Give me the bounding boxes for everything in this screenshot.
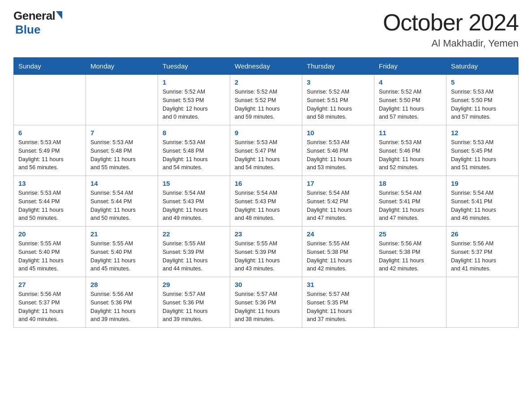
day-info: Sunrise: 5:56 AMSunset: 5:36 PMDaylight:… xyxy=(90,290,153,324)
calendar-cell xyxy=(446,277,519,328)
logo-blue-text: Blue xyxy=(15,23,40,36)
day-info: Sunrise: 5:55 AMSunset: 5:40 PMDaylight:… xyxy=(90,240,153,273)
day-number: 4 xyxy=(379,78,442,86)
day-number: 29 xyxy=(163,281,225,288)
day-number: 16 xyxy=(235,180,297,187)
day-info: Sunrise: 5:54 AMSunset: 5:41 PMDaylight:… xyxy=(379,189,442,223)
calendar-week-row: 1Sunrise: 5:52 AMSunset: 5:53 PMDaylight… xyxy=(14,75,519,125)
day-info: Sunrise: 5:55 AMSunset: 5:39 PMDaylight:… xyxy=(163,240,225,273)
calendar-cell: 7Sunrise: 5:53 AMSunset: 5:48 PMDaylight… xyxy=(86,125,158,176)
day-number: 14 xyxy=(90,180,153,187)
day-info: Sunrise: 5:54 AMSunset: 5:41 PMDaylight:… xyxy=(451,189,514,223)
day-number: 18 xyxy=(379,180,442,187)
header-sunday: Sunday xyxy=(14,58,86,75)
calendar-cell: 5Sunrise: 5:53 AMSunset: 5:50 PMDaylight… xyxy=(446,75,519,125)
day-number: 21 xyxy=(90,230,153,238)
logo-arrow-icon xyxy=(56,11,62,19)
day-info: Sunrise: 5:53 AMSunset: 5:44 PMDaylight:… xyxy=(18,189,81,223)
logo-general-text: General xyxy=(13,9,55,23)
day-number: 24 xyxy=(307,230,369,238)
calendar-cell: 8Sunrise: 5:53 AMSunset: 5:48 PMDaylight… xyxy=(158,125,230,176)
day-number: 17 xyxy=(307,180,369,187)
header-wednesday: Wednesday xyxy=(230,58,302,75)
day-info: Sunrise: 5:52 AMSunset: 5:53 PMDaylight:… xyxy=(163,88,225,121)
day-info: Sunrise: 5:54 AMSunset: 5:43 PMDaylight:… xyxy=(163,189,225,223)
day-number: 22 xyxy=(163,230,225,238)
day-number: 7 xyxy=(90,129,153,137)
calendar-cell: 23Sunrise: 5:55 AMSunset: 5:39 PMDayligh… xyxy=(230,227,302,277)
calendar-cell: 25Sunrise: 5:56 AMSunset: 5:38 PMDayligh… xyxy=(374,227,446,277)
day-info: Sunrise: 5:53 AMSunset: 5:50 PMDaylight:… xyxy=(451,88,514,121)
calendar-cell: 28Sunrise: 5:56 AMSunset: 5:36 PMDayligh… xyxy=(86,277,158,328)
calendar-cell: 11Sunrise: 5:53 AMSunset: 5:46 PMDayligh… xyxy=(374,125,446,176)
calendar-cell: 27Sunrise: 5:56 AMSunset: 5:37 PMDayligh… xyxy=(14,277,86,328)
calendar-table: SundayMondayTuesdayWednesdayThursdayFrid… xyxy=(13,57,519,328)
day-info: Sunrise: 5:56 AMSunset: 5:38 PMDaylight:… xyxy=(379,240,442,273)
day-number: 26 xyxy=(451,230,514,238)
day-info: Sunrise: 5:56 AMSunset: 5:37 PMDaylight:… xyxy=(451,240,514,273)
calendar-cell: 19Sunrise: 5:54 AMSunset: 5:41 PMDayligh… xyxy=(446,176,519,227)
day-number: 27 xyxy=(18,281,81,288)
calendar-cell xyxy=(14,75,86,125)
day-number: 1 xyxy=(163,78,225,86)
calendar-week-row: 13Sunrise: 5:53 AMSunset: 5:44 PMDayligh… xyxy=(14,176,519,227)
day-info: Sunrise: 5:54 AMSunset: 5:42 PMDaylight:… xyxy=(307,189,369,223)
calendar-cell: 4Sunrise: 5:52 AMSunset: 5:50 PMDaylight… xyxy=(374,75,446,125)
day-number: 2 xyxy=(235,78,297,86)
header-friday: Friday xyxy=(374,58,446,75)
day-info: Sunrise: 5:55 AMSunset: 5:40 PMDaylight:… xyxy=(18,240,81,273)
calendar-cell: 14Sunrise: 5:54 AMSunset: 5:44 PMDayligh… xyxy=(86,176,158,227)
day-number: 12 xyxy=(451,129,514,137)
day-number: 8 xyxy=(163,129,225,137)
header-tuesday: Tuesday xyxy=(158,58,230,75)
calendar-cell: 29Sunrise: 5:57 AMSunset: 5:36 PMDayligh… xyxy=(158,277,230,328)
calendar-cell: 24Sunrise: 5:55 AMSunset: 5:38 PMDayligh… xyxy=(302,227,374,277)
day-number: 25 xyxy=(379,230,442,238)
header-thursday: Thursday xyxy=(302,58,374,75)
calendar-cell xyxy=(86,75,158,125)
day-info: Sunrise: 5:53 AMSunset: 5:45 PMDaylight:… xyxy=(451,138,514,172)
calendar-cell: 2Sunrise: 5:52 AMSunset: 5:52 PMDaylight… xyxy=(230,75,302,125)
day-info: Sunrise: 5:52 AMSunset: 5:52 PMDaylight:… xyxy=(235,88,297,121)
day-info: Sunrise: 5:57 AMSunset: 5:35 PMDaylight:… xyxy=(307,290,369,324)
calendar-cell: 13Sunrise: 5:53 AMSunset: 5:44 PMDayligh… xyxy=(14,176,86,227)
calendar-cell: 9Sunrise: 5:53 AMSunset: 5:47 PMDaylight… xyxy=(230,125,302,176)
calendar-cell: 18Sunrise: 5:54 AMSunset: 5:41 PMDayligh… xyxy=(374,176,446,227)
day-info: Sunrise: 5:53 AMSunset: 5:49 PMDaylight:… xyxy=(18,138,81,172)
day-number: 20 xyxy=(18,230,81,238)
day-number: 6 xyxy=(18,129,81,137)
header-monday: Monday xyxy=(86,58,158,75)
calendar-week-row: 20Sunrise: 5:55 AMSunset: 5:40 PMDayligh… xyxy=(14,227,519,277)
day-number: 10 xyxy=(307,129,369,137)
day-number: 11 xyxy=(379,129,442,137)
calendar-header-row: SundayMondayTuesdayWednesdayThursdayFrid… xyxy=(14,58,519,75)
day-info: Sunrise: 5:53 AMSunset: 5:47 PMDaylight:… xyxy=(235,138,297,172)
day-info: Sunrise: 5:52 AMSunset: 5:50 PMDaylight:… xyxy=(379,88,442,121)
day-info: Sunrise: 5:53 AMSunset: 5:48 PMDaylight:… xyxy=(90,138,153,172)
day-number: 9 xyxy=(235,129,297,137)
day-number: 23 xyxy=(235,230,297,238)
calendar-cell: 10Sunrise: 5:53 AMSunset: 5:46 PMDayligh… xyxy=(302,125,374,176)
day-number: 15 xyxy=(163,180,225,187)
day-number: 30 xyxy=(235,281,297,288)
day-info: Sunrise: 5:54 AMSunset: 5:43 PMDaylight:… xyxy=(235,189,297,223)
calendar-cell: 16Sunrise: 5:54 AMSunset: 5:43 PMDayligh… xyxy=(230,176,302,227)
calendar-cell: 12Sunrise: 5:53 AMSunset: 5:45 PMDayligh… xyxy=(446,125,519,176)
day-number: 31 xyxy=(307,281,369,288)
title-area: October 2024 Al Makhadir, Yemen xyxy=(383,9,519,49)
day-number: 28 xyxy=(90,281,153,288)
day-info: Sunrise: 5:57 AMSunset: 5:36 PMDaylight:… xyxy=(163,290,225,324)
calendar-cell: 30Sunrise: 5:57 AMSunset: 5:36 PMDayligh… xyxy=(230,277,302,328)
calendar-cell: 1Sunrise: 5:52 AMSunset: 5:53 PMDaylight… xyxy=(158,75,230,125)
calendar-cell: 15Sunrise: 5:54 AMSunset: 5:43 PMDayligh… xyxy=(158,176,230,227)
header-saturday: Saturday xyxy=(446,58,519,75)
day-number: 13 xyxy=(18,180,81,187)
day-info: Sunrise: 5:53 AMSunset: 5:46 PMDaylight:… xyxy=(379,138,442,172)
subtitle: Al Makhadir, Yemen xyxy=(383,38,519,49)
day-info: Sunrise: 5:52 AMSunset: 5:51 PMDaylight:… xyxy=(307,88,369,121)
day-info: Sunrise: 5:53 AMSunset: 5:46 PMDaylight:… xyxy=(307,138,369,172)
calendar-cell: 6Sunrise: 5:53 AMSunset: 5:49 PMDaylight… xyxy=(14,125,86,176)
calendar-cell: 20Sunrise: 5:55 AMSunset: 5:40 PMDayligh… xyxy=(14,227,86,277)
calendar-cell: 31Sunrise: 5:57 AMSunset: 5:35 PMDayligh… xyxy=(302,277,374,328)
logo: General Blue xyxy=(13,9,62,37)
